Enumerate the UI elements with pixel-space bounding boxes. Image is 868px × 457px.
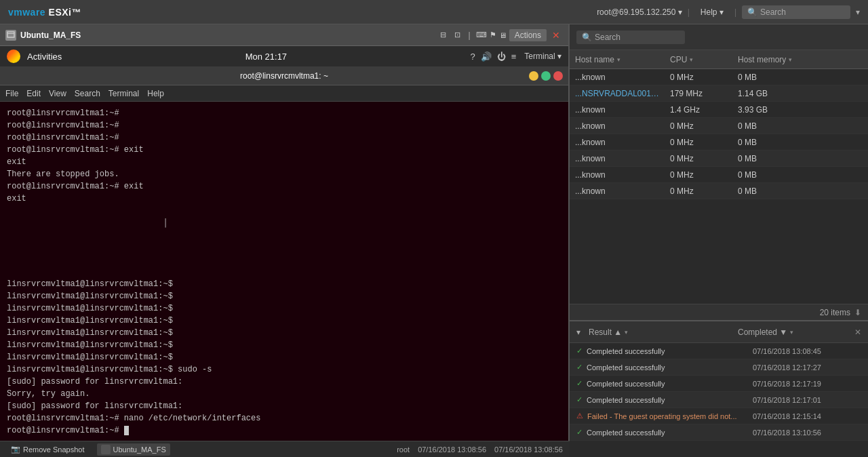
cell-hostname: ...known <box>570 186 665 196</box>
col-memory[interactable]: Host memory ▾ <box>732 55 814 64</box>
task-failed-icon: ⚠ <box>576 412 583 420</box>
table-row[interactable]: ...known 0 MHz 0 MB <box>570 151 868 167</box>
task-status-text: Completed successfully <box>587 347 665 355</box>
esxi-user[interactable]: root@69.195.132.250 ▾ <box>597 7 682 17</box>
terminal-menu-help[interactable]: Help <box>147 89 164 98</box>
tasks-list: ✓ Completed successfully 07/16/2018 13:0… <box>570 343 868 441</box>
task-status-text: Completed successfully <box>587 380 665 388</box>
terminal-menu-label[interactable]: Terminal ▾ <box>524 52 561 61</box>
tasks-header: ▾ Result ▲ ▾ Completed ▼ ▾ ✕ <box>570 321 868 343</box>
task-status-text: Completed successfully <box>587 363 665 372</box>
terminal-close-button[interactable] <box>553 71 563 81</box>
gnome-volume-icon[interactable]: 🔊 <box>481 52 492 62</box>
table-row[interactable]: ...known 0 MHz 0 MB <box>570 167 868 183</box>
cell-hostname: ...known <box>570 154 665 163</box>
tasks-completed-sort: ▾ <box>790 329 793 336</box>
terminal-line <box>7 254 561 266</box>
task-success-icon: ✓ <box>576 379 583 388</box>
gnome-system-icons: ? 🔊 ⏻ ≡ Terminal ▾ <box>470 52 561 62</box>
terminal-line: root@linsrvrcmvltma1:~# <box>7 132 561 144</box>
keyboard-icon: ⌨ <box>476 31 487 39</box>
cell-memory: 0 MB <box>732 73 814 82</box>
table-row[interactable]: ...NSRVRADDAL001.garlic... 179 MHz 1.14 … <box>570 85 868 102</box>
tasks-col-completed-header[interactable]: Completed ▼ ▾ <box>738 327 846 337</box>
taskbar-remove-snapshot[interactable]: 📷 Remove Snapshot <box>7 443 89 455</box>
task-result: ✓ Completed successfully <box>576 428 753 437</box>
col-memory-sort: ▾ <box>789 56 792 63</box>
terminal-menu-edit[interactable]: Edit <box>26 89 41 98</box>
vm-close-button[interactable]: ✕ <box>549 28 563 42</box>
task-status-text: Completed successfully <box>587 396 665 404</box>
terminal-line: linsrvrcmvltma1@linsrvrcmvltma1:~$ <box>7 327 561 339</box>
task-row[interactable]: ✓ Completed successfully 07/16/2018 12:1… <box>570 359 868 376</box>
vm-min-button[interactable]: ⊟ <box>437 29 449 41</box>
terminal-line: linsrvrcmvltma1@linsrvrcmvltma1:~$ <box>7 302 561 315</box>
vm-text: vm <box>8 7 22 18</box>
cell-hostname: ...known <box>570 121 665 131</box>
task-row[interactable]: ✓ Completed successfully 07/16/2018 13:0… <box>570 343 868 359</box>
table-row[interactable]: ...known 0 MHz 0 MB <box>570 69 868 85</box>
terminal-max-button[interactable] <box>541 71 551 81</box>
gnome-power-icon[interactable]: ⏻ <box>497 52 506 62</box>
terminal-line: linsrvrcmvltma1@linsrvrcmvltma1:~$ sudo … <box>7 363 561 376</box>
terminal-line: linsrvrcmvltma1@linsrvrcmvltma1:~$ <box>7 339 561 351</box>
vm-search-input[interactable] <box>595 33 676 42</box>
tasks-expand-icon[interactable]: ▾ <box>576 327 580 337</box>
table-row[interactable]: ...known 0 MHz 0 MB <box>570 134 868 151</box>
cell-cpu: 179 MHz <box>665 89 732 98</box>
gnome-activities-button[interactable]: Activities <box>27 52 62 62</box>
col-cpu-sort: ▾ <box>690 56 693 63</box>
task-row[interactable]: ⚠ Failed - The guest operating system di… <box>570 408 868 424</box>
task-row[interactable]: ✓ Completed successfully 07/16/2018 12:1… <box>570 392 868 408</box>
task-success-icon: ✓ <box>576 346 583 355</box>
col-cpu[interactable]: CPU ▾ <box>665 55 732 64</box>
terminal-menu-search[interactable]: Search <box>75 89 100 98</box>
terminal-line: exit <box>7 193 561 205</box>
cell-cpu: 0 MHz <box>665 186 732 196</box>
table-row[interactable]: ...known 1.4 GHz 3.93 GB <box>570 102 868 118</box>
taskbar-time2: 07/16/2018 13:08:56 <box>494 445 563 454</box>
terminal-content[interactable]: root@linsrvrcmvltma1:~# root@linsrvrcmvl… <box>0 102 568 457</box>
table-row[interactable]: ...known 0 MHz 0 MB <box>570 118 868 134</box>
vm-table-footer: 20 items ⬇ <box>570 304 868 320</box>
task-result: ✓ Completed successfully <box>576 395 753 404</box>
terminal-menu-file[interactable]: File <box>5 89 18 98</box>
terminal-line <box>7 205 561 217</box>
esxi-search-box[interactable]: 🔍 <box>742 5 850 19</box>
flag-icon: ⚑ <box>490 31 496 39</box>
table-row[interactable]: ...known 0 MHz 0 MB <box>570 183 868 199</box>
gnome-topbar: Activities Mon 21:17 ? 🔊 ⏻ ≡ Terminal ▾ <box>0 46 568 66</box>
tasks-close-icon[interactable]: ✕ <box>854 327 861 337</box>
col-hostname[interactable]: Host name ▾ <box>570 55 665 64</box>
task-row[interactable]: ✓ Completed successfully 07/16/2018 13:1… <box>570 424 868 441</box>
terminal-menu-terminal[interactable]: Terminal <box>108 89 139 98</box>
col-hostname-label: Host name <box>575 55 614 64</box>
vm-actions-button[interactable]: Actions <box>509 29 547 41</box>
task-completed-time: 07/16/2018 13:10:56 <box>753 429 861 437</box>
scroll-down-icon[interactable]: ⬇ <box>854 308 861 317</box>
task-row[interactable]: ✓ Completed successfully 07/16/2018 12:1… <box>570 376 868 392</box>
terminal-min-button[interactable] <box>529 71 538 81</box>
tasks-col-result-label: Result ▲ <box>589 327 622 337</box>
esxi-search-dropdown[interactable]: ▾ <box>856 7 860 17</box>
gnome-menu-icon[interactable]: ≡ <box>511 52 517 62</box>
taskbar-vm-item[interactable]: Ubuntu_MA_FS <box>97 443 170 456</box>
tasks-col-result-header[interactable]: Result ▲ ▾ <box>589 327 732 337</box>
gnome-help-icon[interactable]: ? <box>470 52 475 62</box>
terminal-menu-view[interactable]: View <box>49 89 66 98</box>
esxi-help[interactable]: Help ▾ <box>695 7 729 17</box>
terminal-line <box>7 229 561 241</box>
cell-hostname-link[interactable]: ...NSRVRADDAL001.garlic... <box>570 89 665 98</box>
cell-hostname: ...known <box>570 73 665 82</box>
esxi-search-icon: 🔍 <box>747 7 757 17</box>
task-result: ✓ Completed successfully <box>576 363 753 372</box>
esxi-search-input[interactable] <box>760 7 842 17</box>
firefox-icon[interactable] <box>7 49 20 63</box>
vm-max-button[interactable]: ⊡ <box>452 29 463 41</box>
terminal-line: [sudo] password for linsrvrcmvltma1: <box>7 376 561 388</box>
esxi-text: ESXi™ <box>45 7 81 18</box>
task-completed-time: 07/16/2018 12:17:19 <box>753 380 861 388</box>
right-search-box[interactable]: 🔍 <box>576 31 685 44</box>
tasks-result-sort: ▾ <box>625 329 628 336</box>
terminal-line: There are stopped jobs. <box>7 168 561 180</box>
